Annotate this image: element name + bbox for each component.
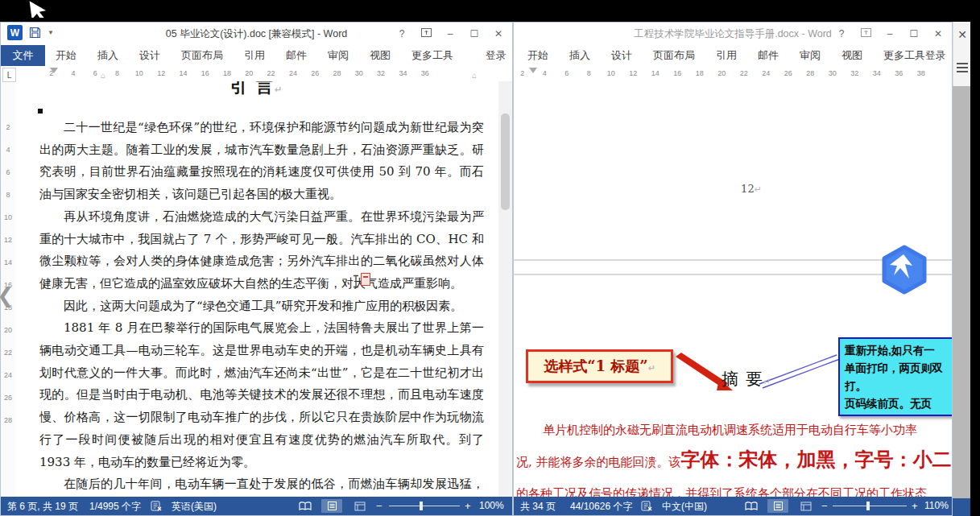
ribbon-tab[interactable]: 更多工具 [401,48,464,63]
document-page[interactable]: 引 言↵ 二十一世纪是“绿色环保”的世纪，环境保护和能源节约问题成为新世纪最为突… [15,81,498,497]
proofing-status-icon[interactable] [641,501,653,514]
language-status[interactable]: 英语(美国) [172,500,217,514]
ribbon-tab[interactable]: 引用 [234,48,275,63]
zoom-level[interactable]: 100% [479,500,504,511]
zoom-level[interactable]: 110% [924,500,949,511]
red-text-line-with-big[interactable]: 况, 并能将多余的电能回溃。该 字体：宋体，加黑，字号：小二 [516,447,952,473]
red-text-line[interactable]: 单片机控制的永磁无刷直流电动机调速系统适用于电动自行车等小功率 [543,423,917,438]
doc-paragraph[interactable]: 在随后的几十年间，电动车辆一直处于发展的低谷，而燃油车辆却发展迅猛，几乎 [39,473,484,497]
close-button[interactable]: ✕ [926,28,950,39]
ribbon-tab[interactable]: 页面布局 [643,48,705,63]
note-callout-box[interactable]: 重新开始,如只有一单面打印，两页则双打。页码续前页。无页 [838,337,952,416]
minimize-button[interactable]: – [878,28,902,39]
zoom-slider-track[interactable] [833,506,907,506]
abstract-heading[interactable]: 摘 要↵ [722,368,771,390]
tab-stop-selector[interactable]: L [2,68,16,82]
read-mode-button[interactable] [295,499,316,513]
ribbon-tab[interactable]: 引用 [705,48,747,63]
print-layout-button[interactable] [767,499,788,513]
doc-heading[interactable]: 引 言↵ [15,81,498,95]
maximize-button[interactable]: ☐ [462,28,486,39]
word-count[interactable]: 44/10626 个字 [570,500,632,514]
pilcrow-mark: ↵ [648,363,655,374]
minimize-button[interactable]: – [438,28,462,39]
ruler-tick: 36 [888,69,911,77]
vertical-scrollbar[interactable] [498,81,512,497]
word-count[interactable]: 1/4995 个字 [89,500,141,514]
doc-paragraph[interactable]: 再从环境角度讲，石油燃烧造成的大气污染日益严重。在世界环境污染最为严重的十大城市… [39,206,484,295]
style-callout-box[interactable]: 选样式“1 标题”↵ [526,349,673,383]
ribbon-tab[interactable]: 视图 [359,48,401,63]
web-layout-button[interactable] [796,499,817,513]
ribbon-tab[interactable]: 审阅 [789,48,831,63]
ruler-tick: 10 [128,69,150,77]
page-count[interactable]: 第 6 页, 共 19 页 [7,500,78,514]
bullet-square [38,109,43,114]
ribbon-tab[interactable]: 设计 [601,48,643,63]
ribbon-options-button[interactable] [854,28,878,39]
ribbon-tab[interactable]: 开始 [517,48,559,63]
zoom-out-button[interactable]: − [821,500,828,512]
close-button[interactable]: ✕ [486,28,511,39]
ruler-tick: 8 [106,69,128,77]
help-button[interactable]: ? [390,28,414,39]
ruler-tick: 30 [348,69,370,77]
hanging-indent-marker[interactable]: ⌂ [101,72,105,80]
ruler-tick: 22 [1,341,15,364]
doc-paragraph[interactable]: 1881 年 8 月在巴黎举行的国际电气展览会上，法国特鲁夫展出了世界上第一辆电… [39,317,484,473]
titlebar[interactable]: 工程技术学院毕业论文指导手册.docx - Word ? – ☐ ✕ [514,23,952,45]
zoom-out-button[interactable]: − [376,500,382,512]
mouse-cursor-arrow [23,0,61,18]
horizontal-ruler[interactable]: 24681012141618202224262830323436 ⌂ ⌂ [15,66,498,82]
sign-in-link[interactable]: 登录 [925,49,945,63]
ruler-tick: 16 [667,69,689,77]
panel-menu-icon[interactable] [957,60,968,75]
scrollbar-thumb[interactable] [501,114,510,210]
doc-body-text[interactable]: 二十一世纪是“绿色环保”的世纪，环境保护和能源节约问题成为新世纪最为突出的两大主… [39,117,484,497]
overlay-prev-chevron[interactable]: ❮ [0,283,14,308]
print-layout-button[interactable] [321,499,342,513]
zoom-slider-track[interactable] [389,506,460,506]
document-page[interactable]: 12↵ 选样式“1 标题”↵ 摘 要↵ 重新开始,如只有一单面打印，两页则双打。… [514,81,952,497]
help-button[interactable]: ? [829,28,854,39]
titlebar[interactable]: W ▼ 05 毕业论文(设计).doc [兼容模式] - Word ? – ☐ … [1,23,512,45]
ribbon-tab[interactable]: 视图 [831,48,873,63]
language-status[interactable]: 中文(中国) [662,500,707,514]
note-line: 打。 [845,378,952,395]
ribbon-tab[interactable]: 审阅 [317,48,359,63]
doc-paragraph[interactable]: 因此，这两大问题成为了“绿色交通工具”研究开发和推广应用的积极因素。 [39,295,484,318]
zoom-slider-thumb[interactable] [420,502,423,510]
sign-in-link[interactable]: 登录 [486,49,506,63]
page-count[interactable]: 共 34 页 [520,500,556,514]
doc-paragraph[interactable]: 二十一世纪是“绿色环保”的世纪，环境保护和能源节约问题成为新世纪最为突出的两大主… [39,117,484,206]
screen-right-edge [970,0,980,516]
zoom-in-button[interactable]: + [465,500,471,512]
proofing-status-icon[interactable] [151,501,163,514]
tab-file[interactable]: 文件 [1,45,45,66]
read-mode-button[interactable] [741,499,762,513]
zoom-slider-thumb[interactable] [866,502,870,510]
horizontal-ruler[interactable]: 2468101214161820222426283032343638 [514,66,952,82]
maximize-button[interactable]: ☐ [902,28,926,39]
ribbon-tab[interactable]: 插入 [559,48,601,63]
ribbon-tab[interactable]: 邮件 [275,48,317,63]
ruler-tick: 16 [194,69,216,77]
panel-close-icon[interactable]: ✕ [953,28,971,41]
web-layout-button[interactable] [349,499,370,513]
page-number[interactable]: 12↵ [727,183,775,195]
ribbon-tab[interactable]: 插入 [87,48,129,63]
ruler-tick: 20 [1,319,15,341]
first-line-indent-marker[interactable] [50,68,58,73]
first-line-indent-marker[interactable] [529,68,537,73]
ribbon-tab[interactable]: 开始 [45,48,87,63]
ribbon-tab[interactable]: 邮件 [747,48,789,63]
ribbon-tab[interactable]: 页面布局 [171,48,234,63]
ribbon-options-button[interactable] [414,28,438,39]
red-text-line[interactable]: 的各种工况及信号的传递情况，并得到了系统各个部分在不同工况的工作状态 [516,481,935,497]
red-text-block[interactable]: 的各种工况及信号的传递情况，并得到了系统各个部分在不同工况的工作状态部分的控制电… [516,481,935,497]
thunder-download-icon[interactable] [880,245,928,295]
ruler-tick: 26 [304,69,326,77]
zoom-in-button[interactable]: + [912,500,918,512]
ribbon-tab[interactable]: 设计 [129,48,171,63]
right-indent-marker[interactable]: ⌂ [472,72,477,80]
